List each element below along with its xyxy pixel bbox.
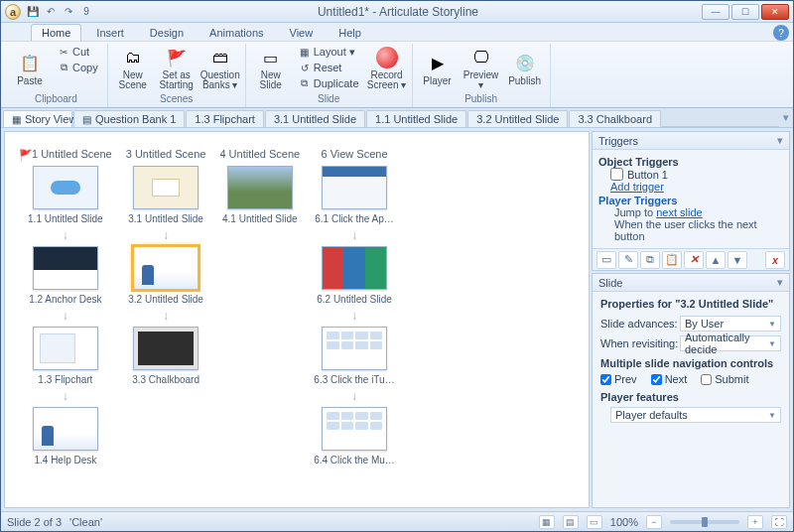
copy-icon: ⧉ <box>58 62 69 73</box>
undo-icon[interactable]: ↶ <box>43 4 59 20</box>
doc-tab[interactable]: 1.1 Untitled Slide <box>366 110 466 127</box>
slide-thumbnail[interactable] <box>133 246 198 290</box>
trigger-up-button[interactable]: ▲ <box>706 251 726 269</box>
cut-button[interactable]: ✂Cut <box>53 44 103 60</box>
tab-label: Question Bank 1 <box>95 113 176 125</box>
slide-thumbnail[interactable] <box>33 246 98 290</box>
tab-design[interactable]: Design <box>139 24 195 41</box>
trigger-checkbox[interactable] <box>610 168 623 181</box>
qat-more[interactable]: 9 <box>78 4 94 20</box>
copy-button[interactable]: ⧉Copy <box>53 60 103 75</box>
next-checkbox[interactable]: Next <box>651 373 688 385</box>
view-normal-button[interactable]: ▦ <box>539 515 555 529</box>
new-slide-button[interactable]: ▭New Slide <box>250 44 292 91</box>
trigger-new-button[interactable]: ▭ <box>596 251 616 269</box>
slide-thumbnail[interactable] <box>33 166 98 209</box>
revisiting-label: When revisiting: <box>600 337 680 349</box>
ribbon-group-scenes: 🗂New Scene 🚩Set as Starting 🗃Question Ba… <box>108 44 246 107</box>
scene-column: 3 Untitled Scene3.1 Untitled Slide↓3.2 U… <box>126 148 206 385</box>
doc-tab[interactable]: 3.2 Untitled Slide <box>467 110 568 127</box>
slide-thumbnail[interactable] <box>322 246 387 290</box>
scene-title[interactable]: 3 Untitled Scene <box>126 148 206 160</box>
arrow-down-icon: ↓ <box>351 309 357 323</box>
submit-checkbox[interactable]: Submit <box>701 373 748 385</box>
slide-panel: Slide▾ Properties for "3.2 Untitled Slid… <box>592 273 790 508</box>
tab-animations[interactable]: Animations <box>198 24 274 41</box>
doc-tab[interactable]: ▦Story View <box>3 110 72 127</box>
save-icon[interactable]: 💾 <box>25 4 41 20</box>
scene-title[interactable]: 🚩1 Untitled Scene <box>19 148 112 160</box>
doc-tab[interactable]: ▤Question Bank 1 <box>73 110 185 127</box>
redo-icon[interactable]: ↷ <box>61 4 76 20</box>
preview-button[interactable]: 🖵Preview ▾ <box>461 44 502 91</box>
help-icon[interactable]: ? <box>773 25 789 41</box>
zoom-out-button[interactable]: − <box>646 515 662 529</box>
doc-tab[interactable]: 3.1 Untitled Slide <box>265 110 365 127</box>
trigger-paste-button[interactable]: 📋 <box>662 251 682 269</box>
player-triggers-header: Player Triggers <box>598 195 783 206</box>
slide-thumbnail[interactable] <box>322 327 387 370</box>
view-story-button[interactable]: ▤ <box>563 515 579 529</box>
trigger-button1[interactable]: Button 1 <box>598 168 783 181</box>
slide-panel-header[interactable]: Slide▾ <box>593 274 789 292</box>
doc-tab[interactable]: 3.3 Chalkboard <box>569 110 661 127</box>
trigger-down-button[interactable]: ▼ <box>728 251 747 269</box>
minimize-button[interactable]: — <box>702 4 729 20</box>
slide-advances-dropdown[interactable]: By User▼ <box>680 316 781 332</box>
record-icon <box>375 47 399 68</box>
tabs-overflow-button[interactable]: ▾ <box>779 108 793 127</box>
close-button[interactable]: ✕ <box>761 4 789 20</box>
slide-thumbnail[interactable] <box>133 327 198 370</box>
slide-thumbnail[interactable] <box>322 407 387 451</box>
scene-title[interactable]: 6 View Scene <box>321 148 387 160</box>
reset-button[interactable]: ↺Reset <box>294 60 364 75</box>
chevron-down-icon: ▾ <box>777 134 783 147</box>
trigger-edit-button[interactable]: ✎ <box>618 251 638 269</box>
scene-title[interactable]: 4 Untitled Scene <box>219 148 300 160</box>
trigger-copy-button[interactable]: ⧉ <box>640 251 660 269</box>
slide-thumbnail[interactable] <box>33 407 98 451</box>
prev-checkbox[interactable]: Prev <box>600 373 637 385</box>
slide-label: 6.2 Untitled Slide <box>317 294 392 305</box>
slide-thumbnail[interactable] <box>227 166 293 209</box>
ribbon-group-clipboard: 📋 Paste ✂Cut ⧉Copy Clipboard <box>5 44 108 107</box>
set-starting-button[interactable]: 🚩Set as Starting <box>156 44 198 91</box>
add-trigger-link[interactable]: Add trigger <box>598 181 783 193</box>
paste-icon: 📋 <box>18 51 42 74</box>
slide-thumbnail[interactable] <box>322 166 387 209</box>
tab-view[interactable]: View <box>279 24 325 41</box>
trigger-jump[interactable]: Jump to next slide <box>598 206 783 218</box>
maximize-button[interactable]: ☐ <box>731 4 759 20</box>
player-button[interactable]: ▶Player <box>417 44 459 91</box>
arrow-down-icon: ↓ <box>163 309 169 323</box>
triggers-panel: Triggers▾ Object Triggers Button 1 Add t… <box>592 131 790 271</box>
layout-button[interactable]: ▦Layout ▾ <box>294 44 364 60</box>
publish-button[interactable]: 💿Publish <box>504 44 546 91</box>
tab-home[interactable]: Home <box>31 24 81 41</box>
new-scene-button[interactable]: 🗂New Scene <box>112 44 154 91</box>
zoom-slider[interactable] <box>670 520 739 524</box>
tab-help[interactable]: Help <box>328 24 372 41</box>
scene-column: 4 Untitled Scene4.1 Untitled Slide <box>219 148 300 224</box>
question-banks-button[interactable]: 🗃Question Banks ▾ <box>199 44 241 91</box>
record-screen-button[interactable]: Record Screen ▾ <box>366 44 408 91</box>
trigger-variables-button[interactable]: x <box>765 251 785 269</box>
slide-thumbnail[interactable] <box>33 327 98 370</box>
revisiting-dropdown[interactable]: Automatically decide▼ <box>680 335 781 351</box>
triggers-panel-header[interactable]: Triggers▾ <box>593 132 789 150</box>
ribbon-group-publish: ▶Player 🖵Preview ▾ 💿Publish Publish <box>413 44 551 107</box>
doc-tab[interactable]: 1.3 Flipchart <box>186 110 264 127</box>
status-theme: 'Clean' <box>69 516 102 528</box>
view-slide-button[interactable]: ▭ <box>587 515 602 529</box>
app-menu-button[interactable]: a <box>5 4 21 20</box>
trigger-delete-button[interactable]: ✕ <box>684 251 704 269</box>
zoom-in-button[interactable]: + <box>747 515 763 529</box>
zoom-fit-button[interactable]: ⛶ <box>771 515 787 529</box>
story-view-canvas[interactable]: 🚩1 Untitled Scene1.1 Untitled Slide↓1.2 … <box>4 131 590 508</box>
tab-insert[interactable]: Insert <box>85 24 135 41</box>
slide-thumbnail[interactable] <box>133 166 198 209</box>
player-features-dropdown[interactable]: Player defaults▼ <box>610 407 781 423</box>
duplicate-button[interactable]: ⧉Duplicate <box>294 75 364 91</box>
tab-label: 3.2 Untitled Slide <box>476 113 559 125</box>
paste-button[interactable]: 📋 Paste <box>9 44 51 91</box>
